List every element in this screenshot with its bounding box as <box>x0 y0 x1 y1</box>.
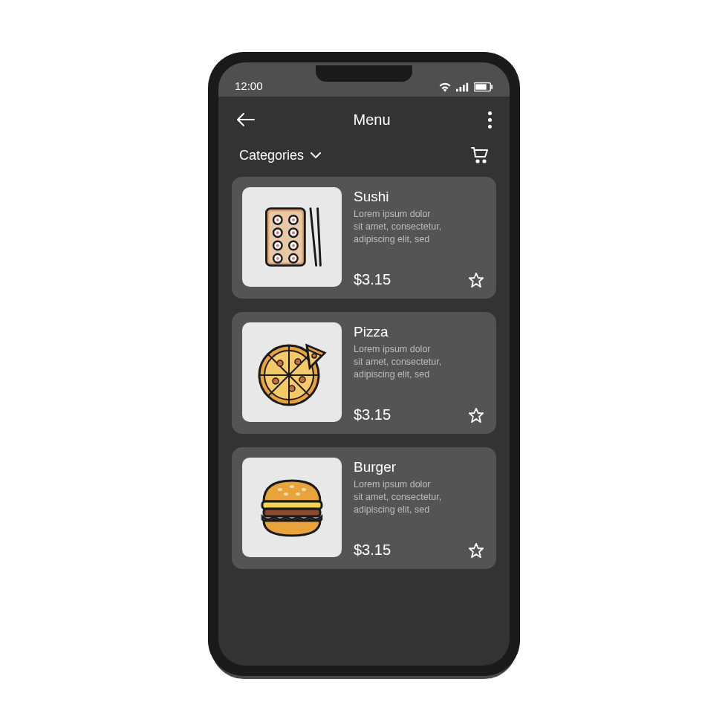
page-title: Menu <box>353 111 390 129</box>
menu-item-burger[interactable]: Burger Lorem ipsum dolor sit amet, conse… <box>232 447 496 569</box>
cart-button[interactable] <box>471 147 489 163</box>
status-bar: 12:00 <box>218 62 510 97</box>
svg-point-20 <box>276 218 279 221</box>
screen: 12:00 Menu Categ <box>218 62 510 666</box>
svg-rect-0 <box>456 89 458 92</box>
svg-line-29 <box>318 209 321 266</box>
item-title: Sushi <box>354 189 486 205</box>
svg-marker-51 <box>469 544 483 557</box>
item-title: Pizza <box>354 324 486 340</box>
item-description: Lorem ipsum dolor sit amet, consectetur,… <box>354 208 486 246</box>
menu-item-pizza[interactable]: Pizza Lorem ipsum dolor sit amet, consec… <box>232 312 496 434</box>
categories-dropdown[interactable]: Categories <box>239 148 322 163</box>
svg-point-41 <box>299 377 305 383</box>
svg-line-28 <box>311 209 316 266</box>
item-info: Burger Lorem ipsum dolor sit amet, conse… <box>354 458 486 559</box>
svg-rect-1 <box>460 87 462 91</box>
pizza-icon <box>242 322 342 422</box>
svg-point-48 <box>296 493 300 495</box>
svg-point-46 <box>302 488 306 491</box>
svg-point-44 <box>278 488 282 491</box>
svg-point-27 <box>292 257 295 260</box>
burger-icon <box>242 458 342 557</box>
svg-point-22 <box>276 231 279 234</box>
categories-label: Categories <box>239 148 304 163</box>
battery-icon <box>474 82 493 92</box>
svg-marker-30 <box>469 273 483 287</box>
svg-point-24 <box>276 244 279 247</box>
svg-point-21 <box>292 218 295 221</box>
svg-point-37 <box>277 360 283 366</box>
svg-marker-43 <box>469 409 483 422</box>
svg-point-42 <box>312 354 316 358</box>
menu-list: Sushi Lorem ipsum dolor sit amet, consec… <box>218 177 510 666</box>
sushi-icon <box>242 187 342 287</box>
svg-point-23 <box>292 231 295 234</box>
wifi-icon <box>438 82 452 92</box>
item-description: Lorem ipsum dolor sit amet, consectetur,… <box>354 343 486 381</box>
item-description: Lorem ipsum dolor sit amet, consectetur,… <box>354 478 486 516</box>
status-icons <box>438 82 493 92</box>
svg-point-9 <box>483 160 485 162</box>
menu-item-sushi[interactable]: Sushi Lorem ipsum dolor sit amet, consec… <box>232 177 496 299</box>
favorite-button[interactable] <box>468 542 484 559</box>
item-price: $3.15 <box>354 542 486 559</box>
svg-point-25 <box>292 244 295 247</box>
svg-rect-3 <box>467 83 469 92</box>
filter-row: Categories <box>218 143 510 177</box>
svg-point-39 <box>273 378 279 384</box>
item-price: $3.15 <box>354 271 486 288</box>
svg-rect-5 <box>475 84 487 89</box>
item-price: $3.15 <box>354 406 486 423</box>
back-button[interactable] <box>236 112 256 127</box>
item-title: Burger <box>354 459 486 475</box>
svg-rect-50 <box>264 509 320 516</box>
favorite-button[interactable] <box>468 407 484 423</box>
svg-point-8 <box>476 160 478 162</box>
chevron-down-icon <box>310 152 322 159</box>
svg-point-45 <box>290 485 294 488</box>
svg-point-26 <box>276 257 279 260</box>
phone-frame: 12:00 Menu Categ <box>208 52 520 676</box>
svg-rect-6 <box>491 85 493 89</box>
svg-point-40 <box>289 386 295 391</box>
svg-point-47 <box>284 493 288 495</box>
svg-rect-2 <box>463 85 465 91</box>
status-time: 12:00 <box>235 79 263 92</box>
app-bar: Menu <box>218 97 510 143</box>
svg-point-38 <box>295 359 301 365</box>
favorite-button[interactable] <box>468 272 484 288</box>
signal-icon <box>456 82 469 92</box>
more-button[interactable] <box>488 111 492 129</box>
item-info: Sushi Lorem ipsum dolor sit amet, consec… <box>354 187 486 288</box>
item-info: Pizza Lorem ipsum dolor sit amet, consec… <box>354 322 486 423</box>
